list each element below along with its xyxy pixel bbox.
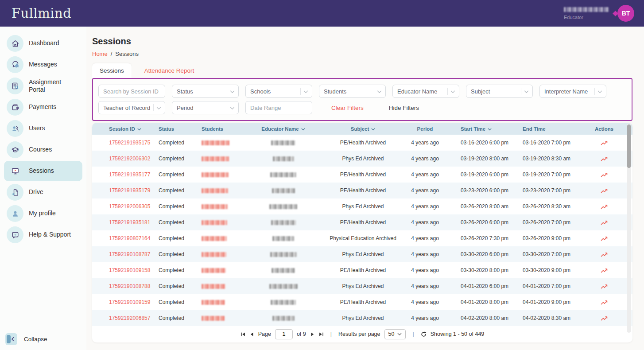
session-id-link[interactable]: 17592190109158	[109, 267, 150, 273]
open-session-trend-icon[interactable]	[601, 156, 608, 162]
session-id-link[interactable]: 17592190109159	[109, 299, 150, 305]
tab-sessions[interactable]: Sessions	[92, 63, 132, 78]
session-id-link[interactable]: 17592190807164	[109, 235, 150, 241]
chat-icon	[7, 56, 23, 73]
session-id-link[interactable]: 17592192006857	[109, 315, 150, 321]
sidebar-item-assignment-portal[interactable]: Assignment Portal	[4, 76, 82, 96]
table-body: 17592191935175CompletedPE/Health Archive…	[92, 135, 632, 326]
sidebar-item-dashboard[interactable]: Dashboard	[4, 33, 82, 54]
table-scrollbar[interactable]	[627, 124, 631, 333]
open-session-trend-icon[interactable]	[601, 140, 608, 146]
column-header-subject[interactable]: Subject	[322, 126, 404, 132]
start-time-value: 04-01-2020 8:00 pm	[461, 299, 508, 305]
table-scrollbar-thumb[interactable]	[627, 124, 631, 168]
page-number-input[interactable]	[275, 329, 293, 339]
status-cell: Completed	[155, 283, 200, 289]
sidebar-item-users[interactable]: Users	[4, 118, 82, 139]
column-header-start-time[interactable]: Start Time	[446, 126, 510, 132]
period-value: 4 years ago	[411, 299, 439, 305]
end-time-value: 04-01-2020 9:00 pm	[523, 299, 570, 305]
filter-dropdown-educator-name[interactable]: Educator Name	[392, 85, 459, 98]
brand-logo: Fullmind	[12, 6, 71, 21]
students-redacted	[202, 220, 227, 225]
start-time-cell: 03-26-2020 7:30 pm	[446, 235, 510, 241]
tab-attendance-report[interactable]: Attendance Report	[137, 63, 202, 78]
period-cell: 4 years ago	[404, 171, 446, 178]
status-value: Completed	[159, 315, 184, 321]
sidebar-item-drive[interactable]: Drive	[4, 182, 82, 202]
educator-name-redacted	[271, 300, 296, 305]
start-time-cell: 04-02-2020 8:00 am	[446, 315, 510, 321]
session-id-link[interactable]: 17592191935181	[109, 219, 150, 226]
sidebar-item-my-profile[interactable]: My profile	[4, 203, 82, 224]
session-id-link[interactable]: 17592190108787	[109, 251, 150, 257]
open-session-trend-icon[interactable]	[601, 268, 608, 273]
filter-dropdown-label: Period	[177, 105, 194, 111]
students-cell	[200, 220, 244, 225]
clear-filters-link[interactable]: Clear Filters	[331, 105, 364, 111]
actions-cell	[576, 156, 632, 162]
session-id-cell: 17592191935181	[92, 219, 155, 226]
status-cell: Completed	[155, 299, 200, 305]
session-id-link[interactable]: 17592190108788	[109, 283, 150, 289]
open-session-trend-icon[interactable]	[601, 204, 608, 210]
open-session-trend-icon[interactable]	[601, 188, 608, 194]
sidebar-item-label: Messages	[29, 61, 57, 69]
dropdown-divider	[227, 88, 227, 95]
session-id-link[interactable]: 17592192006302	[109, 156, 150, 162]
sidebar-item-courses[interactable]: Courses	[4, 140, 82, 160]
filter-dropdown-interpreter-name[interactable]: Interpreter Name	[539, 85, 606, 98]
filter-dropdown-students[interactable]: Students	[319, 85, 386, 98]
open-session-trend-icon[interactable]	[601, 252, 608, 257]
filter-dropdown-teacher-of-record[interactable]: Teacher of Record	[98, 101, 165, 114]
column-header-session-id[interactable]: Session ID	[92, 126, 155, 132]
session-id-search-input[interactable]	[98, 85, 165, 98]
session-id-link[interactable]: 17592191935177	[109, 171, 150, 178]
refresh-icon[interactable]	[421, 331, 427, 337]
collapse-button[interactable]: Collapse	[5, 333, 47, 345]
open-session-trend-icon[interactable]	[601, 236, 608, 241]
filter-dropdown-schools[interactable]: Schools	[245, 85, 312, 98]
sidebar-item-messages[interactable]: Messages	[4, 54, 82, 75]
next-page-button[interactable]	[310, 332, 315, 337]
chevron-down-icon	[524, 88, 529, 95]
last-page-button[interactable]	[319, 332, 324, 337]
filter-dropdown-period[interactable]: Period	[172, 101, 239, 114]
end-time-value: 03-26-2020 8:30 am	[523, 203, 570, 210]
sidebar-item-payments[interactable]: Payments	[4, 97, 82, 117]
subject-value: PE/Health Archived	[340, 140, 386, 146]
status-value: Completed	[159, 219, 184, 226]
user-menu[interactable]: Educator BT	[564, 5, 634, 22]
first-page-button[interactable]	[241, 332, 245, 337]
session-id-link[interactable]: 17592191935175	[109, 140, 150, 146]
table-row: 17592190108788CompletedPhys Ed Archived4…	[92, 278, 632, 294]
filter-dropdown-status[interactable]: Status	[172, 85, 239, 98]
session-id-link[interactable]: 17592192006305	[109, 203, 150, 210]
prev-page-button[interactable]	[249, 332, 254, 337]
filter-dropdown-label: Students	[324, 88, 346, 95]
date-range-input[interactable]	[245, 101, 312, 114]
end-time-value: 03-30-2020 9:00 pm	[523, 267, 570, 273]
sidebar-item-help-support[interactable]: ?Help & Support	[4, 225, 82, 245]
open-session-trend-icon[interactable]	[601, 299, 608, 305]
open-session-trend-icon[interactable]	[601, 284, 608, 289]
dropdown-divider	[521, 88, 521, 95]
sidebar-item-sessions[interactable]: Sessions	[4, 161, 82, 181]
start-time-cell: 04-01-2020 6:00 pm	[446, 283, 510, 289]
column-header-educator-name[interactable]: Educator Name	[244, 126, 322, 132]
hide-filters-link[interactable]: Hide Filters	[389, 105, 419, 111]
status-cell: Completed	[155, 156, 200, 162]
breadcrumb-home-link[interactable]: Home	[92, 51, 108, 57]
session-id-link[interactable]: 17592191935179	[109, 187, 150, 194]
sort-chevron-icon	[137, 126, 141, 132]
open-session-trend-icon[interactable]	[601, 220, 608, 226]
open-session-trend-icon[interactable]	[601, 172, 608, 178]
results-per-page-select[interactable]: 50	[384, 329, 406, 339]
table-row: 17592190109158CompletedPE/Health Archive…	[92, 262, 632, 278]
chevron-down-icon	[303, 88, 308, 95]
open-session-trend-icon[interactable]	[601, 315, 608, 321]
subject-cell: PE/Health Archived	[322, 140, 404, 146]
avatar[interactable]: BT	[617, 5, 634, 22]
students-cell	[200, 268, 244, 273]
filter-dropdown-subject[interactable]: Subject	[466, 85, 533, 98]
